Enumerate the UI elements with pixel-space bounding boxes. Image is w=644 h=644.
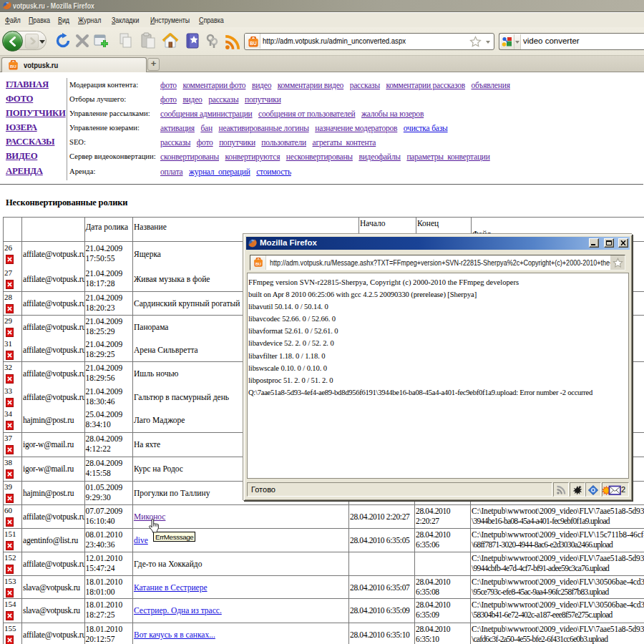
url-dropdown-caret[interactable] <box>486 41 490 44</box>
delete-button[interactable] <box>6 541 14 550</box>
menu-item-5[interactable]: Инструменты <box>150 16 190 24</box>
menu-item-4[interactable]: Закладки <box>112 16 139 24</box>
site-identity-box[interactable]: BU <box>245 34 260 49</box>
delete-button[interactable] <box>6 280 14 289</box>
delete-button[interactable] <box>6 304 14 313</box>
delete-button[interactable] <box>6 374 14 384</box>
status-plugin-panel[interactable] <box>570 482 585 497</box>
delete-button[interactable] <box>6 565 14 574</box>
nav-left-6[interactable]: АРЕНДА <box>6 166 43 176</box>
delete-button[interactable] <box>6 588 14 597</box>
video-link[interactable]: dive <box>134 536 148 545</box>
nav-link-1-3[interactable]: попутчики <box>245 95 281 104</box>
nav-link-4-1[interactable]: фото <box>197 138 213 147</box>
reload-button[interactable] <box>54 32 72 49</box>
nav-link-3-1[interactable]: бан <box>200 124 213 132</box>
nav-link-5-1[interactable]: конвертируются <box>225 152 280 161</box>
nav-link-6-2[interactable]: стоимость <box>256 167 291 176</box>
nav-link-0-3[interactable]: комментарии видео <box>278 81 343 89</box>
copy-button[interactable] <box>117 32 135 49</box>
rss-icon-button[interactable] <box>224 34 241 51</box>
status-mail-panel[interactable]: 2 <box>602 482 629 497</box>
nav-link-3-0[interactable]: активация <box>160 124 195 132</box>
nav-link-3-2[interactable]: неактивированные логины <box>218 124 308 132</box>
nav-link-0-4[interactable]: рассказы <box>350 81 380 89</box>
nav-link-2-0[interactable]: сообщения администрации <box>160 109 253 118</box>
nav-left-3[interactable]: ЮЗЕРА <box>6 122 37 132</box>
search-bar[interactable]: video converter <box>499 33 644 50</box>
nav-link-6-1[interactable]: журнал_операций <box>189 167 250 176</box>
delete-button[interactable] <box>6 611 14 620</box>
nav-link-6-0[interactable]: оплата <box>160 167 183 176</box>
nav-link-0-5[interactable]: комментарии рассказов <box>386 81 465 89</box>
status-rss-panel[interactable] <box>553 482 569 497</box>
nav-left-0[interactable]: ГЛАВНАЯ <box>6 79 49 89</box>
nav-link-5-2[interactable]: несконвертированы <box>286 152 353 161</box>
popup-url-bar[interactable]: BU http://adm.votpusk.ru/Message.ashx?TX… <box>250 255 625 270</box>
video-link[interactable]: Катание в Сестриере <box>134 583 208 592</box>
back-button[interactable] <box>2 31 23 52</box>
popup-close-button[interactable] <box>618 238 628 248</box>
menu-item-1[interactable]: Правка <box>29 16 50 24</box>
delete-button[interactable] <box>6 494 14 503</box>
nav-link-0-1[interactable]: комментарии фото <box>182 81 245 89</box>
nav-link-5-4[interactable]: параметры_конвертации <box>406 152 489 161</box>
popup-maximize-button[interactable] <box>604 238 614 248</box>
forward-button[interactable] <box>25 34 39 49</box>
delete-button[interactable] <box>6 255 14 264</box>
nav-link-1-1[interactable]: видео <box>182 95 202 104</box>
menu-item-3[interactable]: Журнал <box>78 16 101 24</box>
nav-link-4-2[interactable]: попутчики <box>219 138 255 147</box>
status-geo-panel[interactable] <box>585 482 601 497</box>
video-link[interactable]: Сестриер. Одна из трасс. <box>134 606 222 615</box>
bookmark-star-icon[interactable] <box>469 36 482 48</box>
nav-link-4-3[interactable]: пользователи <box>261 138 306 147</box>
nav-link-5-3[interactable]: видеофайлы <box>358 152 400 161</box>
url-bar[interactable]: BU http://adm.votpusk.ru/admin_unconvert… <box>244 33 494 50</box>
nav-link-0-0[interactable]: фото <box>160 81 177 89</box>
new-tab-icon-button[interactable] <box>92 32 109 49</box>
nav-left-2[interactable]: ПОПУТЧИКИ <box>6 108 66 118</box>
nav-link-3-4[interactable]: очистка базы <box>404 124 448 132</box>
nav-link-4-4[interactable]: агрегаты_контента <box>313 138 376 147</box>
bookmarks-button[interactable] <box>184 32 201 49</box>
nav-link-0-2[interactable]: видео <box>252 81 271 89</box>
recent-pages-dropdown[interactable] <box>39 40 45 44</box>
search-engine-box[interactable] <box>500 34 514 49</box>
keys-icon-button[interactable] <box>205 32 218 49</box>
nav-left-1[interactable]: ФОТО <box>6 94 33 104</box>
popup-minimize-button[interactable] <box>589 238 599 248</box>
nav-link-4-0[interactable]: рассказы <box>160 138 190 147</box>
nav-link-1-0[interactable]: фото <box>160 95 177 104</box>
delete-button[interactable] <box>6 421 14 430</box>
home-button[interactable] <box>162 32 179 49</box>
nav-link-1-2[interactable]: рассказы <box>208 95 238 104</box>
menu-item-2[interactable]: Вид <box>58 16 69 24</box>
nav-left-4[interactable]: РАССКАЗЫ <box>6 137 54 147</box>
delete-button[interactable] <box>6 469 14 479</box>
popup-window[interactable]: Mozilla Firefox BU http://adm.votpusk.ru… <box>243 234 633 501</box>
search-input[interactable]: video converter <box>523 36 580 45</box>
menu-item-0[interactable]: Файл <box>5 16 21 24</box>
delete-button[interactable] <box>6 445 14 454</box>
nav-left-5[interactable]: ВИДЕО <box>6 151 37 161</box>
delete-button[interactable] <box>6 328 14 337</box>
new-tab-button[interactable]: + <box>147 58 160 71</box>
nav-link-2-1[interactable]: сообщения от пользователей <box>258 109 355 118</box>
nav-link-3-3[interactable]: назначение модераторов <box>315 124 397 132</box>
popup-url-text[interactable]: http://adm.votpusk.ru/Message.ashx?TXT=F… <box>270 258 618 267</box>
delete-button[interactable] <box>6 517 14 527</box>
url-text[interactable]: http://adm.votpusk.ru/admin_unconverted.… <box>263 36 406 45</box>
nav-link-2-2[interactable]: жалобы на юзеров <box>361 109 424 118</box>
nav-link-5-0[interactable]: сконвертированы <box>160 152 219 161</box>
video-link[interactable]: Вот качусь я в санках... <box>134 630 215 639</box>
nav-link-0-6[interactable]: объявления <box>472 81 510 89</box>
delete-button[interactable] <box>6 398 14 407</box>
delete-button[interactable] <box>6 635 14 644</box>
menu-item-6[interactable]: Справка <box>199 16 224 24</box>
delete-button[interactable] <box>6 351 14 360</box>
stop-button[interactable] <box>74 32 91 49</box>
paste-button[interactable] <box>140 32 157 49</box>
tab-votpusk[interactable]: BU votpusk.ru <box>1 57 147 72</box>
popup-bookmark-star-icon[interactable] <box>613 258 623 268</box>
